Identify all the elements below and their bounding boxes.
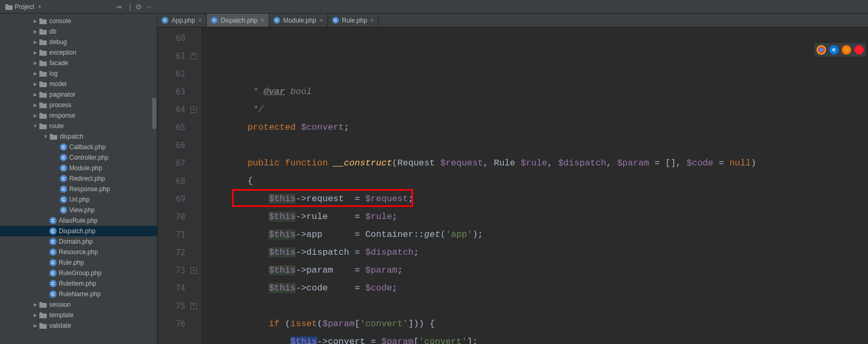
tree-folder-validate[interactable]: ▶ validate (0, 320, 157, 331)
tree-file-View.php[interactable]: C View.php (0, 205, 157, 215)
edge-icon[interactable]: e (829, 45, 839, 55)
code-line-68[interactable]: $this->app = Container::get('app'); (205, 226, 868, 244)
gutter-line-70[interactable]: 70 (157, 208, 200, 226)
tab-App.php[interactable]: C App.php × (157, 14, 207, 27)
gutter-line-71[interactable]: 71 (157, 226, 200, 244)
tree-folder-template[interactable]: ▶ template (0, 310, 157, 320)
folder-icon (39, 101, 47, 109)
php-file-icon: C (60, 206, 67, 214)
gutter-line-69[interactable]: 69 (157, 190, 200, 208)
tree-file-RuleName.php[interactable]: C RuleName.php (0, 289, 157, 299)
close-icon[interactable]: × (261, 17, 264, 24)
hide-panel-icon[interactable]: − (146, 3, 151, 11)
fold-icon[interactable]: − (190, 107, 197, 113)
code-area[interactable]: e * @var bool */ protected $convert; pub… (200, 27, 868, 344)
close-icon[interactable]: × (198, 17, 202, 24)
code-line-64[interactable]: public function __construct(Request $req… (205, 154, 868, 172)
project-folder-icon (5, 4, 13, 10)
tree-folder-response[interactable]: ▶ response (0, 110, 157, 121)
gutter-line-65[interactable]: 65 (157, 119, 200, 137)
gutter-line-73[interactable]: 73− (157, 262, 200, 279)
tree-file-AliasRule.php[interactable]: C AliasRule.php (0, 215, 157, 226)
code-line-67[interactable]: $this->rule = $rule; (205, 208, 868, 226)
tree-folder-session[interactable]: ▶ session (0, 299, 157, 310)
tree-file-Redirect.php[interactable]: C Redirect.php (0, 173, 157, 184)
code-line-65[interactable]: { (205, 172, 868, 190)
code-line-69[interactable]: $this->dispatch = $dispatch; (205, 244, 868, 262)
close-icon[interactable]: × (371, 17, 374, 24)
gutter-line-64[interactable]: 64− (157, 101, 200, 119)
firefox-icon[interactable] (842, 45, 851, 55)
gutter-line-67[interactable]: 67 (157, 154, 200, 172)
code-line-73[interactable]: if (isset($param['convert'])) { (205, 315, 868, 333)
project-sidebar[interactable]: ▶ console ▶ db ▶ debug ▶ exception ▶ fac… (0, 14, 157, 344)
folder-icon (39, 122, 47, 130)
gutter-line-61[interactable]: 61⌃ (157, 47, 200, 65)
tree-file-Resource.php[interactable]: C Resource.php (0, 247, 157, 257)
code-line-74[interactable]: $this->convert = $param['convert']; (205, 333, 868, 344)
gutter-line-74[interactable]: 74 (157, 279, 200, 297)
tree-file-Dispatch.php[interactable]: C Dispatch.php (0, 226, 157, 236)
gutter-line-76[interactable]: 76 (157, 315, 200, 333)
tree-file-Module.php[interactable]: C Module.php (0, 163, 157, 173)
chrome-icon[interactable] (817, 45, 826, 55)
gutter-line-72[interactable]: 72 (157, 244, 200, 262)
tree-folder-db[interactable]: ▶ db (0, 26, 157, 37)
tree-folder-facade[interactable]: ▶ facade (0, 58, 157, 68)
line-gutter[interactable]: 6061⌃626364−656667686970717273−7475⌃76 (157, 27, 200, 344)
code-line-70[interactable]: $this->param = $param; (205, 262, 868, 279)
tab-label: App.php (172, 17, 195, 24)
tree-arrow-icon: ▶ (33, 71, 38, 76)
tab-Rule.php[interactable]: C Rule.php × (328, 14, 379, 27)
gutter-line-68[interactable]: 68 (157, 172, 200, 190)
gutter-line-62[interactable]: 62 (157, 65, 200, 83)
fold-icon[interactable]: ⌃ (190, 303, 197, 309)
tab-Module.php[interactable]: C Module.php × (269, 14, 328, 27)
settings-gear-icon[interactable]: ⚙ (135, 3, 142, 11)
sidebar-scrollbar[interactable] (152, 98, 156, 129)
code-line-66[interactable]: $this->request = $request; (205, 190, 868, 208)
tree-arrow-icon: ▶ (33, 323, 38, 328)
tree-file-Domain.php[interactable]: C Domain.php (0, 236, 157, 247)
tree-arrow-icon: ▼ (43, 134, 48, 139)
tree-folder-console[interactable]: ▶ console (0, 16, 157, 26)
tree-file-Callback.php[interactable]: C Callback.php (0, 142, 157, 152)
code-line-63[interactable] (205, 137, 868, 154)
tree-label: session (49, 301, 71, 308)
tree-file-RuleItem.php[interactable]: C RuleItem.php (0, 278, 157, 289)
tree-file-Response.php[interactable]: C Response.php (0, 184, 157, 194)
tree-file-Rule.php[interactable]: C Rule.php (0, 257, 157, 268)
project-dropdown[interactable]: Project ▼ (0, 0, 47, 13)
folder-icon (39, 80, 47, 88)
collapse-icon[interactable]: ⇥ (115, 3, 122, 11)
fold-icon[interactable]: − (190, 267, 197, 274)
php-file-icon: C (49, 227, 57, 235)
opera-icon[interactable] (854, 45, 864, 55)
code-line-62[interactable]: protected $convert; (205, 119, 868, 137)
tree-label: Redirect.php (69, 175, 105, 182)
tree-file-RuleGroup.php[interactable]: C RuleGroup.php (0, 268, 157, 278)
close-icon[interactable]: × (320, 17, 323, 24)
tree-arrow-icon: ▶ (33, 302, 38, 307)
gutter-line-75[interactable]: 75⌃ (157, 297, 200, 315)
fold-icon[interactable]: ⌃ (190, 53, 197, 59)
tree-folder-debug[interactable]: ▶ debug (0, 37, 157, 47)
code-line-71[interactable]: $this->code = $code; (205, 279, 868, 297)
editor-body: 6061⌃626364−656667686970717273−7475⌃76 e… (157, 27, 868, 344)
tree-folder-dispatch[interactable]: ▼ dispatch (0, 131, 157, 142)
tree-folder-log[interactable]: ▶ log (0, 68, 157, 79)
tree-folder-route[interactable]: ▼ route (0, 121, 157, 131)
tree-file-Controller.php[interactable]: C Controller.php (0, 152, 157, 163)
tree-folder-paginator[interactable]: ▶ paginator (0, 89, 157, 100)
code-line-60[interactable]: * @var bool (205, 83, 868, 101)
gutter-line-63[interactable]: 63 (157, 83, 200, 101)
code-line-61[interactable]: */ (205, 101, 868, 119)
tree-folder-model[interactable]: ▶ model (0, 79, 157, 89)
tab-Dispatch.php[interactable]: C Dispatch.php × (207, 14, 269, 27)
code-line-72[interactable] (205, 297, 868, 315)
tree-file-Url.php[interactable]: C Url.php (0, 194, 157, 205)
gutter-line-66[interactable]: 66 (157, 137, 200, 154)
tree-folder-exception[interactable]: ▶ exception (0, 47, 157, 58)
tree-folder-process[interactable]: ▶ process (0, 100, 157, 110)
gutter-line-60[interactable]: 60 (157, 29, 200, 47)
